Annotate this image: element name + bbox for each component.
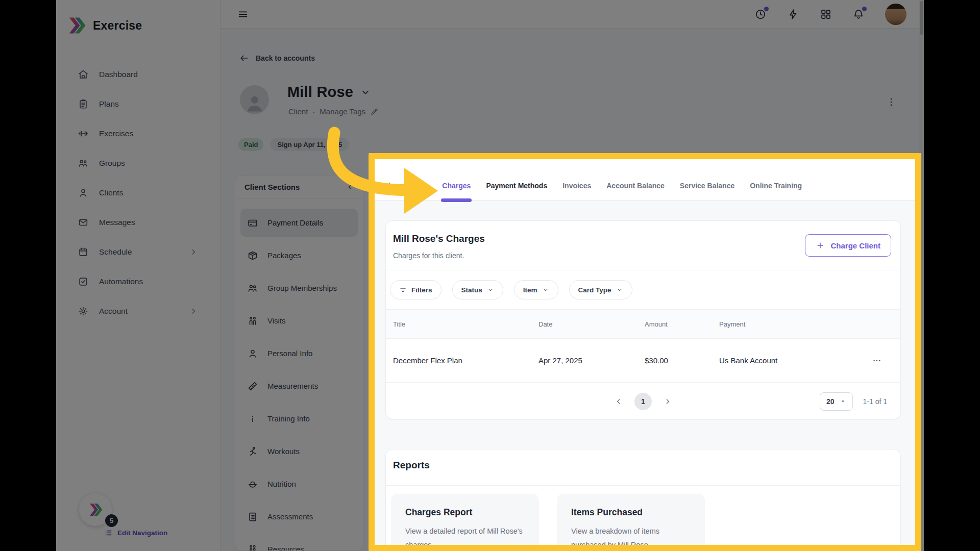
client-section-assessments[interactable]: Assessments	[240, 503, 358, 531]
logo-wordmark: Exercise	[93, 19, 142, 33]
runner-icon	[247, 446, 258, 457]
client-actions-kebab-icon[interactable]	[884, 94, 898, 110]
client-section-nutrition[interactable]: Nutrition	[240, 470, 358, 498]
edit-navigation-button[interactable]: Edit Navigation	[104, 529, 167, 537]
sidebar-item-label: Schedule	[99, 247, 132, 257]
exercise-logo-icon	[65, 14, 88, 37]
client-badges: Paid Sign up Apr 11, 2025	[238, 138, 349, 151]
client-subtitle: Client · Manage Tags	[288, 107, 379, 116]
report-tile-charges-report[interactable]: Charges ReportView a detailed report of …	[391, 494, 539, 551]
sidebar-item-label: Exercises	[99, 129, 133, 138]
manage-tags-link[interactable]: Manage Tags	[320, 107, 365, 116]
sidebar-item-exercises[interactable]: Exercises	[56, 119, 220, 148]
sidebar-item-dashboard[interactable]: Dashboard	[56, 60, 220, 89]
page-size-select[interactable]: 20	[820, 392, 853, 411]
table-row[interactable]: December Flex PlanApr 27, 2025$30.00Us B…	[386, 338, 900, 382]
chevron-down-icon[interactable]	[360, 87, 371, 98]
filter-pill-label: Status	[461, 286, 482, 294]
report-tile-items-purchased[interactable]: Items PurchasedView a breakdown of items…	[557, 494, 705, 551]
cell-date: Apr 27, 2025	[538, 356, 645, 365]
client-section-label: Payment Details	[267, 218, 323, 227]
paid-status-badge: Paid	[238, 138, 263, 151]
client-section-visits[interactable]: Visits	[240, 307, 358, 335]
filter-pill-status[interactable]: Status	[452, 280, 503, 299]
report-tile-title: Items Purchased	[571, 507, 691, 518]
client-name: Mill Rose	[287, 84, 353, 101]
menu-icon[interactable]	[237, 9, 249, 20]
tab-service-balance[interactable]: Service Balance	[679, 182, 736, 200]
back-to-accounts-link[interactable]: Back to accounts	[239, 53, 315, 63]
sidebar-item-automations[interactable]: Automations	[56, 267, 220, 296]
column-header-payment: Payment	[719, 320, 870, 328]
credit-card-icon	[247, 217, 258, 229]
sidebar-item-account[interactable]: Account	[56, 296, 220, 326]
history-clock-icon[interactable]	[754, 8, 767, 20]
charges-card-header: Mill Rose's Charges Charges for this cli…	[386, 221, 900, 270]
scrollbar-thumb[interactable]	[920, 1, 923, 35]
client-sections-list: Payment DetailsPackagesGroup Memberships…	[235, 198, 363, 551]
client-section-training-info[interactable]: Training Info	[240, 405, 358, 433]
current-page-button[interactable]: 1	[634, 393, 652, 410]
tabs-row: SubscriptionsChargesPayment MethodsInvoi…	[373, 159, 916, 201]
screenshot-stage: Exercise DashboardPlansExercisesGroupsCl…	[0, 0, 980, 551]
edit-navigation-label: Edit Navigation	[117, 529, 167, 537]
client-section-workouts[interactable]: Workouts	[240, 437, 358, 465]
sidebar-item-label: Plans	[99, 99, 119, 109]
client-section-packages[interactable]: Packages	[240, 241, 358, 269]
sidebar-nav: DashboardPlansExercisesGroupsClientsMess…	[56, 60, 220, 326]
apps-grid-icon[interactable]	[820, 8, 832, 20]
payment-details-panel: SubscriptionsChargesPayment MethodsInvoi…	[373, 159, 916, 551]
main-area: Back to accounts Mill Rose Client · Mana…	[220, 0, 924, 551]
sidebar-item-schedule[interactable]: Schedule	[56, 237, 220, 267]
charge-client-label: Charge Client	[830, 241, 880, 250]
client-section-resources[interactable]: Resources	[240, 535, 358, 551]
user-icon	[247, 348, 258, 359]
sidebar-item-groups[interactable]: Groups	[56, 148, 220, 178]
bolt-icon[interactable]	[787, 8, 799, 20]
filter-pill-label: Item	[523, 286, 537, 294]
client-section-label: Personal Info	[267, 349, 312, 358]
info-icon	[247, 413, 258, 424]
client-section-group-memberships[interactable]: Group Memberships	[240, 274, 358, 302]
sidebar-item-label: Account	[99, 307, 128, 316]
charges-title: Mill Rose's Charges	[393, 233, 485, 244]
client-section-measurements[interactable]: Measurements	[240, 372, 358, 400]
client-avatar-placeholder[interactable]	[240, 85, 269, 114]
scrollbar[interactable]	[919, 0, 924, 551]
tab-payment-methods[interactable]: Payment Methods	[485, 182, 548, 200]
tab-subscriptions[interactable]: Subscriptions	[378, 182, 428, 200]
row-actions-kebab-icon[interactable]	[870, 354, 884, 368]
client-section-payment-details[interactable]: Payment Details	[240, 209, 358, 237]
package-icon	[247, 250, 258, 261]
sidebar-item-messages[interactable]: Messages	[56, 208, 220, 237]
tab-charges[interactable]: Charges	[441, 182, 472, 200]
sidebar-item-plans[interactable]: Plans	[56, 89, 220, 119]
cell-title: December Flex Plan	[393, 356, 538, 365]
collapse-chevron-left-icon[interactable]	[346, 183, 354, 191]
clipboard-icon	[78, 98, 89, 110]
sidebar-item-clients[interactable]: Clients	[56, 178, 220, 208]
filter-pill-card-type[interactable]: Card Type	[569, 280, 632, 299]
pencil-icon[interactable]	[370, 107, 379, 116]
tab-invoices[interactable]: Invoices	[561, 182, 592, 200]
next-page-chevron-icon[interactable]	[663, 397, 672, 406]
tab-online-training[interactable]: Online Training	[749, 182, 803, 200]
filter-pill-filters[interactable]: Filters	[390, 280, 442, 299]
signup-date-badge: Sign up Apr 11, 2025	[270, 138, 349, 151]
dumbbell-icon	[78, 128, 89, 139]
user-avatar[interactable]	[885, 4, 906, 25]
client-section-personal-info[interactable]: Personal Info	[240, 339, 358, 367]
charge-client-button[interactable]: Charge Client	[805, 234, 891, 257]
clipboard-list-icon	[247, 511, 258, 522]
bell-icon[interactable]	[852, 8, 865, 20]
tab-account-balance[interactable]: Account Balance	[605, 182, 666, 200]
filter-pill-item[interactable]: Item	[514, 280, 558, 299]
client-section-label: Group Memberships	[267, 284, 337, 292]
client-sections-panel: Client Sections Payment DetailsPackagesG…	[235, 175, 363, 551]
client-sections-header: Client Sections	[235, 176, 363, 198]
column-header-title: Title	[393, 320, 538, 328]
previous-page-chevron-icon[interactable]	[614, 397, 623, 406]
sidebar-item-label: Dashboard	[99, 70, 138, 79]
app-logo[interactable]: Exercise	[65, 14, 142, 37]
filter-icon	[399, 286, 407, 294]
